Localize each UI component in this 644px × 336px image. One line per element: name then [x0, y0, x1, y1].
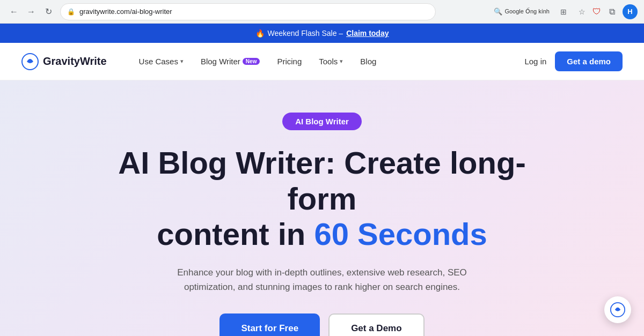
chevron-down-icon-tools: ▾ [340, 58, 343, 65]
floating-gw-icon [610, 302, 625, 317]
hero-title-part1: AI Blog Writer: Create long-form [118, 145, 525, 216]
chevron-down-icon: ▾ [180, 58, 184, 65]
address-bar[interactable]: 🔒 gravitywrite.com/ai-blog-writer [60, 3, 436, 20]
browser-chrome: ← → ↻ 🔒 gravitywrite.com/ai-blog-writer … [0, 0, 644, 24]
banner-text: Weekend Flash Sale – [268, 29, 343, 38]
nav-use-cases[interactable]: Use Cases ▾ [139, 57, 184, 66]
browser-right-icons: 🔍 Google Ống kính ⊞ ☆ 🛡 ⧉ H [491, 4, 638, 19]
hero-title: AI Blog Writer: Create long-form content… [102, 145, 542, 252]
nav-pricing[interactable]: Pricing [277, 57, 302, 66]
shield-icon: 🛡 [592, 7, 601, 17]
back-button[interactable]: ← [6, 4, 21, 19]
flash-emoji: 🔥 [255, 29, 265, 38]
start-for-free-button[interactable]: Start for Free [219, 313, 320, 336]
lock-icon: 🔒 [67, 8, 75, 16]
star-icon[interactable]: ☆ [574, 4, 589, 19]
nav-blog[interactable]: Blog [360, 57, 376, 66]
hero-title-highlight: 60 Seconds [314, 216, 487, 251]
google-lens-label: Google Ống kính [504, 8, 550, 15]
get-demo-nav-button[interactable]: Get a demo [555, 51, 623, 71]
google-lens-icon: 🔍 [494, 8, 502, 16]
nav-tools[interactable]: Tools ▾ [319, 57, 343, 66]
nav-blog-writer[interactable]: Blog Writer New [201, 57, 260, 66]
get-a-demo-button[interactable]: Get a Demo [328, 313, 424, 336]
extensions-icon[interactable]: ⧉ [604, 4, 619, 19]
translate-icon[interactable]: ⊞ [556, 4, 571, 19]
navbar: GravityWrite Use Cases ▾ Blog Writer New… [0, 43, 644, 80]
google-lens-button[interactable]: 🔍 Google Ống kính [491, 4, 553, 19]
browser-nav-buttons: ← → ↻ [6, 4, 56, 19]
floating-gw-button[interactable] [604, 296, 631, 323]
new-badge: New [243, 58, 260, 65]
flash-banner: 🔥 Weekend Flash Sale – Claim today [0, 24, 644, 43]
reload-button[interactable]: ↻ [41, 4, 56, 19]
hero-title-part2: content in [157, 216, 314, 251]
hero-buttons: Start for Free Get a Demo [21, 313, 623, 336]
logo-text: GravityWrite [43, 55, 107, 68]
logo-area[interactable]: GravityWrite [21, 53, 107, 70]
hero-section: AI Blog Writer AI Blog Writer: Create lo… [0, 80, 644, 336]
logo-icon [21, 53, 39, 70]
hero-subtitle: Enhance your blog with in-depth outlines… [166, 265, 478, 294]
user-avatar[interactable]: H [623, 4, 638, 19]
hero-badge: AI Blog Writer [282, 113, 362, 130]
claim-today-link[interactable]: Claim today [346, 29, 389, 38]
url-text: gravitywrite.com/ai-blog-writer [79, 8, 429, 16]
forward-button[interactable]: → [24, 4, 39, 19]
nav-actions: Log in Get a demo [524, 51, 623, 71]
nav-links: Use Cases ▾ Blog Writer New Pricing Tool… [139, 57, 525, 66]
login-button[interactable]: Log in [524, 57, 546, 66]
